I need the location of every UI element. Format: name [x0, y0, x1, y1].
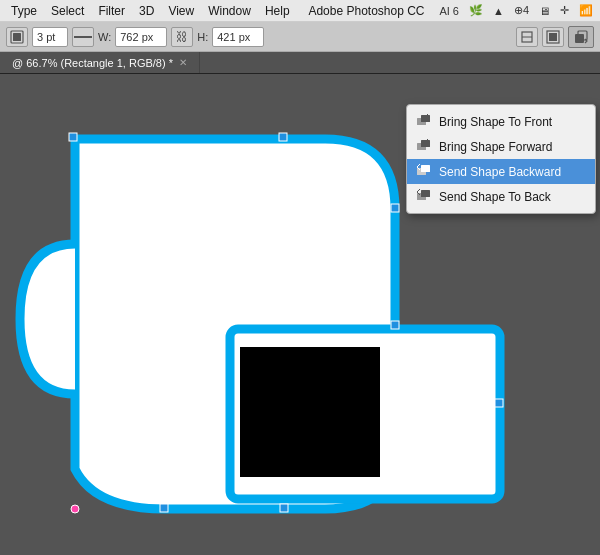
send-back-label: Send Shape To Back — [439, 190, 551, 204]
menu-select[interactable]: Select — [44, 2, 91, 20]
stroke-style-btn[interactable] — [72, 27, 94, 47]
svg-rect-15 — [391, 204, 399, 212]
svg-rect-13 — [279, 133, 287, 141]
options-bar: W: ⛓ H: — [0, 22, 600, 52]
svg-rect-17 — [160, 504, 168, 512]
svg-rect-7 — [575, 34, 584, 43]
width-label: W: — [98, 31, 111, 43]
svg-rect-11 — [240, 347, 380, 477]
tool-icon — [6, 27, 28, 47]
svg-rect-6 — [549, 33, 557, 41]
menu-window[interactable]: Window — [201, 2, 258, 20]
svg-rect-1 — [13, 33, 21, 41]
move-icon: ✛ — [557, 4, 572, 17]
svg-rect-12 — [69, 133, 77, 141]
menu-help[interactable]: Help — [258, 2, 297, 20]
send-back-item[interactable]: Send Shape To Back — [407, 184, 595, 209]
dropdown-menu: Bring Shape To Front Bring Shape Forward — [406, 104, 596, 214]
svg-point-18 — [71, 505, 79, 513]
link-icon[interactable]: ⛓ — [171, 27, 193, 47]
canvas-area[interactable]: Bring Shape To Front Bring Shape Forward — [0, 74, 600, 555]
ai-icon: AI 6 — [436, 5, 462, 17]
bring-front-item[interactable]: Bring Shape To Front — [407, 109, 595, 134]
menu-view[interactable]: View — [161, 2, 201, 20]
send-backward-icon — [415, 164, 433, 179]
menu-bar: Type Select Filter 3D View Window Help A… — [0, 0, 600, 22]
cc-icon: ⊕4 — [511, 4, 532, 17]
send-backward-label: Send Shape Backward — [439, 165, 561, 179]
layer-order-btn[interactable] — [568, 26, 594, 48]
tab-bar: @ 66.7% (Rectangle 1, RGB/8) * ✕ — [0, 52, 600, 74]
align-btn-2[interactable] — [542, 27, 564, 47]
bring-front-label: Bring Shape To Front — [439, 115, 552, 129]
svg-rect-16 — [280, 504, 288, 512]
bring-forward-icon — [415, 139, 433, 154]
wifi-icon: 📶 — [576, 4, 596, 17]
bring-front-icon — [415, 114, 433, 129]
svg-rect-25 — [421, 165, 430, 172]
app-title: Adobe Photoshop CC — [297, 4, 437, 18]
menu-filter[interactable]: Filter — [91, 2, 132, 20]
svg-rect-14 — [391, 321, 399, 329]
bring-forward-label: Bring Shape Forward — [439, 140, 552, 154]
svg-rect-27 — [421, 190, 430, 197]
send-back-icon — [415, 189, 433, 204]
bring-forward-item[interactable]: Bring Shape Forward — [407, 134, 595, 159]
tab-close-btn[interactable]: ✕ — [179, 57, 187, 68]
tab-label: @ 66.7% (Rectangle 1, RGB/8) * — [12, 57, 173, 69]
align-btn-1[interactable] — [516, 27, 538, 47]
height-label: H: — [197, 31, 208, 43]
monitor-icon: 🖥 — [536, 5, 553, 17]
height-input[interactable] — [212, 27, 264, 47]
drive-icon: ▲ — [490, 5, 507, 17]
width-input[interactable] — [115, 27, 167, 47]
document-tab[interactable]: @ 66.7% (Rectangle 1, RGB/8) * ✕ — [0, 52, 200, 73]
svg-rect-19 — [495, 399, 503, 407]
send-backward-item[interactable]: Send Shape Backward — [407, 159, 595, 184]
stroke-size-input[interactable] — [32, 27, 68, 47]
dropbox-icon: 🌿 — [466, 4, 486, 17]
menu-right-icons: AI 6 🌿 ▲ ⊕4 🖥 ✛ 📶 — [436, 4, 596, 17]
menu-type[interactable]: Type — [4, 2, 44, 20]
menu-3d[interactable]: 3D — [132, 2, 161, 20]
